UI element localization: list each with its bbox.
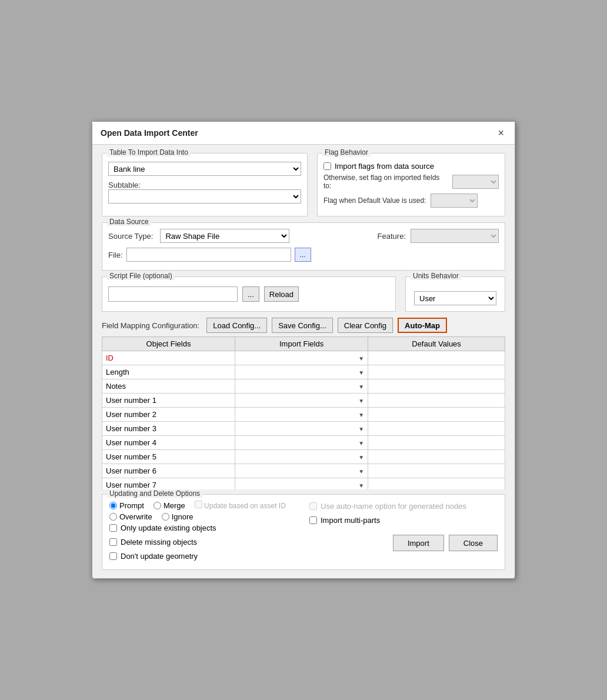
dropdown-arrow[interactable]: ▼ bbox=[358, 440, 364, 446]
dropdown-arrow[interactable]: ▼ bbox=[358, 468, 364, 475]
reload-button[interactable]: Reload bbox=[264, 286, 299, 302]
otherwise-label: Otherwise, set flag on imported fields t… bbox=[323, 174, 448, 190]
source-type-label: Source Type: bbox=[108, 232, 153, 241]
table-row: Notes▼ bbox=[102, 379, 505, 394]
import-field-cell[interactable]: ▼ bbox=[235, 422, 368, 436]
import-field-cell[interactable]: ▼ bbox=[235, 379, 368, 394]
table-row: User number 1▼ bbox=[102, 394, 505, 408]
dropdown-arrow[interactable]: ▼ bbox=[358, 369, 364, 376]
dropdown-arrow[interactable]: ▼ bbox=[358, 426, 364, 432]
import-field-cell[interactable]: ▼ bbox=[235, 450, 368, 464]
units-select[interactable]: User bbox=[414, 291, 496, 305]
import-field-cell[interactable]: ▼ bbox=[235, 464, 368, 478]
close-icon[interactable]: × bbox=[495, 128, 506, 138]
prompt-radio-label[interactable]: Prompt bbox=[109, 501, 144, 510]
extra-options: Use auto-name option for generated nodes… bbox=[309, 501, 498, 564]
prompt-label: Prompt bbox=[119, 501, 144, 510]
default-value-row: Flag when Default Value is used: bbox=[323, 194, 499, 208]
ignore-radio[interactable] bbox=[162, 513, 169, 521]
table-row: User number 5▼ bbox=[102, 450, 505, 464]
auto-map-button[interactable]: Auto-Map bbox=[398, 318, 447, 333]
dropdown-arrow[interactable]: ▼ bbox=[358, 454, 364, 461]
field-mapping-bar: Field Mapping Configuration: Load Config… bbox=[102, 318, 505, 333]
update-asset-id-checkbox bbox=[195, 501, 202, 508]
ignore-radio-label[interactable]: Ignore bbox=[162, 512, 194, 521]
import-field-cell[interactable]: ▼ bbox=[235, 408, 368, 422]
only-update-text: Only update existing objects bbox=[121, 524, 216, 532]
dialog-title: Open Data Import Center bbox=[101, 128, 198, 138]
action-bar: Import Close bbox=[309, 535, 498, 551]
flag-section: Flag Behavior Import flags from data sou… bbox=[317, 153, 505, 216]
dropdown-arrow[interactable]: ▼ bbox=[358, 355, 364, 362]
dropdown-arrow[interactable]: ▼ bbox=[358, 412, 364, 418]
table-select[interactable]: Bank line bbox=[108, 162, 301, 176]
units-label: Units Behavior bbox=[411, 272, 461, 280]
default-value-cell bbox=[368, 422, 505, 436]
clear-config-button[interactable]: Clear Config bbox=[338, 318, 393, 333]
default-value-cell bbox=[368, 450, 505, 464]
dropdown-arrow[interactable]: ▼ bbox=[358, 482, 364, 489]
import-button[interactable]: Import bbox=[393, 535, 444, 551]
default-value-cell bbox=[368, 365, 505, 379]
feature-select[interactable] bbox=[411, 229, 499, 243]
field-table-body: ID▼Length▼Notes▼User number 1▼User numbe… bbox=[102, 351, 505, 490]
save-config-button[interactable]: Save Config... bbox=[272, 318, 333, 333]
load-config-button[interactable]: Load Config... bbox=[206, 318, 267, 333]
only-update-checkbox[interactable] bbox=[109, 524, 117, 532]
update-options-section: Updating and Delete Options Prompt Merge bbox=[102, 494, 505, 570]
script-input[interactable] bbox=[108, 286, 238, 302]
field-table-wrapper: Object Fields Import Fields Default Valu… bbox=[102, 336, 505, 489]
file-input[interactable]: C:\Videos\OneLearn\Model Data\Crt_Inline… bbox=[126, 248, 291, 262]
delete-missing-checkbox[interactable] bbox=[109, 538, 117, 546]
radio-row-2: Overwrite Ignore bbox=[109, 512, 298, 521]
dont-update-geo-label[interactable]: Don't update geometry bbox=[109, 552, 298, 561]
delete-missing-label[interactable]: Delete missing objects bbox=[109, 538, 298, 546]
overwrite-radio-label[interactable]: Overwrite bbox=[109, 512, 152, 521]
field-table-head: Object Fields Import Fields Default Valu… bbox=[102, 337, 505, 351]
otherwise-select[interactable] bbox=[452, 175, 499, 189]
default-value-cell bbox=[368, 379, 505, 394]
import-field-cell[interactable]: ▼ bbox=[235, 436, 368, 450]
import-field-cell[interactable]: ▼ bbox=[235, 394, 368, 408]
merge-radio-label[interactable]: Merge bbox=[154, 501, 185, 510]
source-type-select[interactable]: Raw Shape File bbox=[160, 229, 289, 243]
default-value-select[interactable] bbox=[431, 194, 478, 208]
dont-update-geo-text: Don't update geometry bbox=[121, 552, 198, 561]
script-browse-button[interactable]: ... bbox=[242, 286, 259, 302]
merge-radio[interactable] bbox=[154, 502, 161, 509]
checkboxes-col: Only update existing objects Delete miss… bbox=[109, 524, 298, 564]
import-multi-label[interactable]: Import multi-parts bbox=[309, 516, 498, 525]
import-field-cell[interactable]: ▼ bbox=[235, 365, 368, 379]
dont-update-geo-checkbox[interactable] bbox=[109, 552, 117, 560]
import-flags-label: Import flags from data source bbox=[335, 162, 434, 171]
object-field-cell: User number 5 bbox=[102, 450, 235, 464]
object-field-cell: User number 2 bbox=[102, 408, 235, 422]
table-row: User number 3▼ bbox=[102, 422, 505, 436]
prompt-radio[interactable] bbox=[109, 502, 117, 509]
subtable-select[interactable] bbox=[108, 189, 301, 204]
merge-label: Merge bbox=[164, 501, 185, 510]
field-table-scroll[interactable]: Object Fields Import Fields Default Valu… bbox=[102, 336, 505, 489]
auto-name-label: Use auto-name option for generated nodes bbox=[309, 502, 498, 511]
script-section-label: Script File (optional) bbox=[107, 272, 175, 280]
otherwise-row: Otherwise, set flag on imported fields t… bbox=[323, 174, 499, 190]
table-row: User number 4▼ bbox=[102, 436, 505, 450]
table-row: User number 7▼ bbox=[102, 478, 505, 490]
overwrite-radio[interactable] bbox=[109, 513, 117, 521]
dropdown-arrow[interactable]: ▼ bbox=[358, 384, 364, 390]
feature-group: Feature: bbox=[296, 229, 499, 243]
overwrite-label: Overwrite bbox=[119, 512, 152, 521]
table-row: Length▼ bbox=[102, 365, 505, 379]
close-button[interactable]: Close bbox=[449, 535, 498, 551]
import-multi-checkbox[interactable] bbox=[309, 516, 317, 524]
import-multi-text: Import multi-parts bbox=[321, 516, 380, 525]
import-field-cell[interactable]: ▼ bbox=[235, 351, 368, 365]
dropdown-arrow[interactable]: ▼ bbox=[358, 398, 364, 404]
only-update-label[interactable]: Only update existing objects bbox=[109, 524, 298, 532]
file-browse-button[interactable]: ... bbox=[295, 248, 311, 262]
import-field-cell[interactable]: ▼ bbox=[235, 478, 368, 490]
file-row: File: C:\Videos\OneLearn\Model Data\Crt_… bbox=[108, 248, 499, 262]
subtable-label: Subtable: bbox=[108, 181, 141, 189]
import-flags-checkbox[interactable] bbox=[323, 162, 331, 170]
header-row: Object Fields Import Fields Default Valu… bbox=[102, 337, 505, 351]
